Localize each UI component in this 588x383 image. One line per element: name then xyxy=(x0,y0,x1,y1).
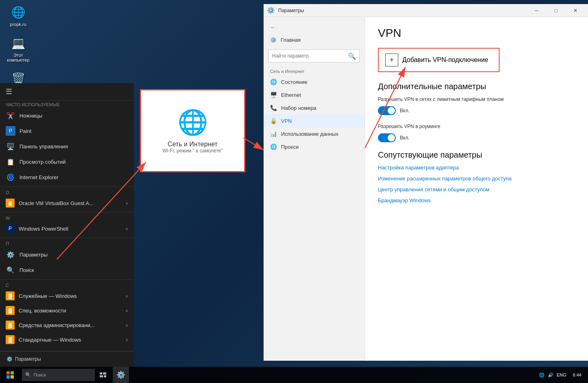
divider-2 xyxy=(0,212,134,212)
network-center-link[interactable]: Центр управления сетями и общим доступом xyxy=(378,186,575,193)
roaming-toggle-label: Вкл. xyxy=(400,135,410,141)
task-view-button[interactable] xyxy=(95,367,111,383)
proxy-nav-icon: 🌐 xyxy=(270,143,277,150)
desktop-icon-propk[interactable]: 🌐 propk.ru xyxy=(4,4,32,27)
accessibility-expand-icon: ∨ xyxy=(125,308,128,313)
start-powershell[interactable]: P Windows PowerShell ∨ xyxy=(0,221,134,236)
start-accessibility[interactable]: ▓ Спец. возможности ∨ xyxy=(0,303,134,318)
start-standard-win[interactable]: ▓ Стандартные — Windows ∨ xyxy=(0,332,134,347)
svg-rect-5 xyxy=(11,371,14,374)
dialup-nav-label: Набор номера xyxy=(281,105,316,111)
adapter-settings-link[interactable]: Настройка параметров адаптера xyxy=(378,165,575,171)
start-menu: ☰ Часто используемые ✂️ Ножницы P Paint … xyxy=(0,83,134,367)
start-button[interactable] xyxy=(0,367,20,383)
search-label: Поиск xyxy=(19,267,34,273)
svg-rect-11 xyxy=(104,375,106,377)
settings-search-input[interactable] xyxy=(272,53,346,59)
dialup-nav-icon: 📞 xyxy=(270,105,277,111)
divider-4 xyxy=(0,279,134,280)
paint-icon: P xyxy=(6,126,15,136)
scissors-icon: ✂️ xyxy=(6,111,15,120)
nav-item-status[interactable]: 🌐 Состояние xyxy=(264,75,365,88)
add-vpn-button[interactable]: + Добавить VPN-подключение xyxy=(378,48,500,72)
divider-1 xyxy=(0,186,134,187)
plus-icon: + xyxy=(385,53,398,66)
search-magnifier-icon: 🔍 xyxy=(348,52,356,60)
metered-toggle-row: Вкл. xyxy=(378,106,575,115)
back-button[interactable]: ← xyxy=(264,21,365,34)
start-paint[interactable]: P Paint xyxy=(0,123,134,139)
taskbar-clock[interactable]: 6:44 xyxy=(570,372,585,377)
footer-settings-icon: ⚙️ xyxy=(6,356,13,362)
ethernet-nav-icon: 🖥️ xyxy=(270,92,277,98)
ethernet-nav-label: Ethernet xyxy=(281,92,301,98)
ie-icon: 🌀 xyxy=(6,172,15,182)
firewall-link[interactable]: Брандмауэр Windows xyxy=(378,197,575,203)
taskbar-search[interactable]: 🔍 Поиск xyxy=(22,369,95,381)
lang-label[interactable]: ENG xyxy=(557,372,567,377)
footer-settings[interactable]: ⚙️ Параметры xyxy=(3,355,131,364)
windows-logo-icon xyxy=(6,371,14,379)
start-scissors[interactable]: ✂️ Ножницы xyxy=(0,108,134,123)
nav-item-data-usage[interactable]: 📊 Использование данных xyxy=(264,127,365,140)
nav-item-dialup[interactable]: 📞 Набор номера xyxy=(264,101,365,114)
section-p: П xyxy=(0,240,134,247)
data-usage-nav-icon: 📊 xyxy=(270,131,277,137)
settings-content: VPN + Добавить VPN-подключение Дополните… xyxy=(365,17,588,361)
svg-rect-10 xyxy=(100,375,103,377)
admin-tools-expand-icon: ∨ xyxy=(125,323,128,327)
close-button[interactable]: ✕ xyxy=(566,4,585,17)
settings-body: ← ⚙️ Главная 🔍 Сеть и Интернет 🌐 Состоян… xyxy=(264,17,588,361)
sharing-settings-link[interactable]: Изменение расширенных параметров общего … xyxy=(378,175,575,182)
section-o: О xyxy=(0,188,134,196)
accessibility-label: Спец. возможности xyxy=(19,308,66,314)
start-win-services[interactable]: ▓ Служебные — Windows ∨ xyxy=(0,289,134,303)
taskbar-pin-settings[interactable]: ⚙️ xyxy=(113,367,129,383)
start-admin-tools[interactable]: ▓ Средства администрировани... ∨ xyxy=(0,318,134,332)
start-search[interactable]: 🔍 Поиск xyxy=(0,262,134,278)
taskbar-search-icon: 🔍 xyxy=(25,372,31,378)
nav-item-proxy[interactable]: 🌐 Прокси xyxy=(264,140,365,153)
desktop-icon-label: propk.ru xyxy=(10,22,26,27)
home-icon: ⚙️ xyxy=(270,37,277,43)
svg-line-2 xyxy=(243,138,264,150)
settings-titlebar: ⚙️ Параметры ─ □ ✕ xyxy=(264,4,588,17)
network-tray-icon[interactable]: 🌐 xyxy=(539,372,545,378)
section-w: W xyxy=(0,214,134,221)
control-panel-icon: 🖥️ xyxy=(6,141,15,151)
settings-sidebar: ← ⚙️ Главная 🔍 Сеть и Интернет 🌐 Состоян… xyxy=(264,17,365,361)
roaming-toggle-row: Вкл. xyxy=(378,133,575,142)
status-nav-label: Состояние xyxy=(281,79,307,85)
win-services-expand-icon: ∨ xyxy=(125,294,128,298)
settings-search-box[interactable]: 🔍 xyxy=(268,49,360,62)
oracle-label: Oracle VM VirtualBox Guest A... xyxy=(19,200,94,206)
settings-titlebar-title: Параметры xyxy=(278,8,527,13)
volume-tray-icon[interactable]: 🔊 xyxy=(548,372,554,378)
computer-icon: 💻 xyxy=(10,35,26,51)
minimize-button[interactable]: ─ xyxy=(527,4,546,17)
powershell-expand-icon: ∨ xyxy=(125,227,128,231)
settings-titlebar-icon: ⚙️ xyxy=(267,6,275,14)
nav-item-ethernet[interactable]: 🖥️ Ethernet xyxy=(264,88,365,101)
desktop-icon-computer[interactable]: 💻 Этоткомпьютер xyxy=(4,35,32,62)
oracle-expand-icon: ∨ xyxy=(125,201,128,205)
start-event-viewer[interactable]: 📋 Просмотр событий xyxy=(0,154,134,169)
start-settings[interactable]: ⚙️ Параметры xyxy=(0,247,134,262)
search-icon: 🔍 xyxy=(6,265,15,275)
roaming-toggle[interactable] xyxy=(378,133,396,142)
home-link[interactable]: ⚙️ Главная xyxy=(264,34,365,46)
oracle-icon: ▓ xyxy=(6,199,15,208)
start-oracle[interactable]: ▓ Oracle VM VirtualBox Guest A... ∨ xyxy=(0,196,134,210)
network-tile-title: Сеть и Интернет xyxy=(167,141,217,148)
hamburger-icon[interactable]: ☰ xyxy=(6,87,12,96)
maximize-button[interactable]: □ xyxy=(547,4,565,17)
control-panel-label: Панель управления xyxy=(19,143,68,150)
nav-item-vpn[interactable]: 🔒 VPN xyxy=(264,114,365,127)
network-settings-tile[interactable]: 🌐 Сеть и Интернет Wi-Fi, режим " в самол… xyxy=(140,89,245,172)
metered-toggle[interactable] xyxy=(378,106,396,115)
desktop: 🌐 propk.ru 💻 Этоткомпьютер 🗑️ Корзина ☰ … xyxy=(0,0,588,383)
start-control-panel[interactable]: 🖥️ Панель управления xyxy=(0,139,134,154)
start-ie[interactable]: 🌀 Internet Explorer xyxy=(0,169,134,185)
network-globe-icon: 🌐 xyxy=(178,108,208,137)
frequent-section-label: Часто используемые xyxy=(0,101,134,108)
